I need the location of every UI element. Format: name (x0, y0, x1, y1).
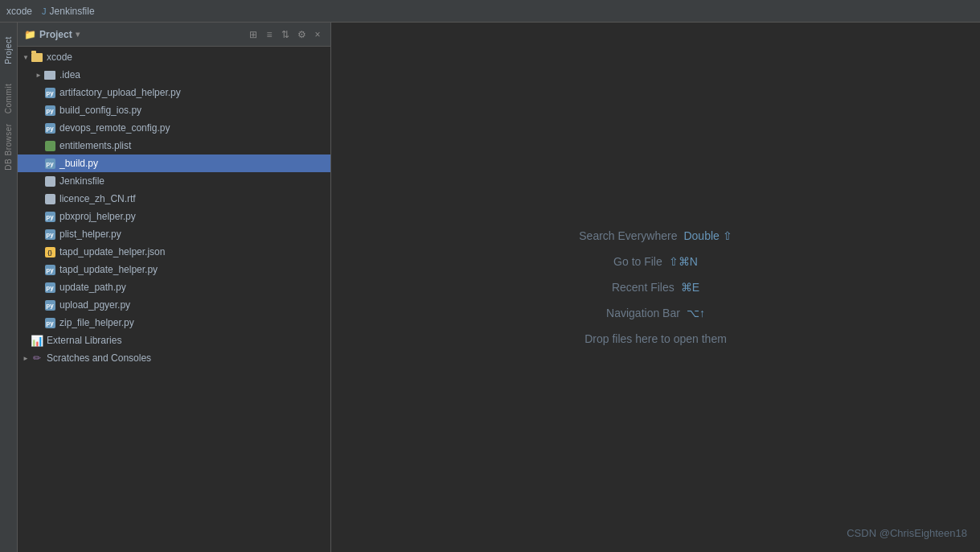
tree-icon-scratches: ✏ (31, 352, 43, 365)
tree-arrow-xcode-root: ▼ (21, 52, 31, 62)
panel-action-sort[interactable]: ⇅ (279, 28, 292, 41)
project-panel: 📁 Project ▾ ⊞ ≡ ⇅ ⚙ × ▼xcode►.ideapyarti… (18, 23, 331, 552)
tree-label-licence: licence_zh_CN.rtf (59, 193, 136, 204)
sidebar-label-project: Project (4, 36, 13, 64)
tree-arrow-pbxproj (34, 212, 43, 221)
main-content: Project Commit DB Browser 📁 Project ▾ ⊞ … (0, 23, 980, 552)
tree-item-devops[interactable]: pydevops_remote_config.py (18, 119, 330, 137)
tree-label-idea: .idea (59, 69, 80, 80)
sidebar-label-db: DB Browser (4, 123, 13, 170)
tree-arrow-scratches: ► (21, 353, 31, 363)
tree-icon-devops: py (43, 122, 56, 134)
tree-label-upload-pgyer: upload_pgyer.py (59, 299, 130, 311)
shortcut-row: Search EverywhereDouble ⇧ (579, 229, 732, 242)
tree-label-artifactory: artifactory_upload_helper.py (59, 87, 181, 98)
sidebar-item-project[interactable]: Project (0, 26, 18, 74)
shortcut-label: Navigation Bar (606, 307, 680, 319)
tree-icon-jenkinsfile (43, 175, 56, 187)
panel-folder-icon: 📁 (24, 29, 36, 40)
title-file: J Jenkinsfile (42, 6, 95, 17)
shortcut-label: Search Everywhere (579, 229, 677, 242)
tree-arrow-jenkinsfile (34, 176, 43, 186)
sidebar-label-commit: Commit (4, 83, 13, 113)
title-file-name: Jenkinsfile (50, 6, 95, 17)
watermark: CSDN @ChrisEighteen18 (847, 527, 967, 539)
tree-item-jenkinsfile[interactable]: Jenkinsfile (18, 172, 330, 190)
tree-item-update-path[interactable]: pyupdate_path.py (18, 278, 330, 296)
shortcut-label: Recent Files (612, 281, 675, 294)
panel-action-list[interactable]: ≡ (263, 28, 276, 41)
panel-action-layout[interactable]: ⊞ (247, 28, 260, 41)
shortcut-key: ⇧⌘N (669, 255, 698, 268)
tree-icon-xcode-root (31, 51, 43, 64)
tree-item-scratches[interactable]: ►✏Scratches and Consoles (18, 349, 330, 367)
app-name: xcode (6, 6, 32, 17)
tree-label-tapd-json: tapd_update_helper.json (59, 246, 165, 257)
panel-dropdown-arrow[interactable]: ▾ (76, 30, 80, 39)
panel-header-actions: ⊞ ≡ ⇅ ⚙ × (247, 28, 324, 41)
tree-item-plist-helper[interactable]: pyplist_helper.py (18, 225, 330, 243)
tree-arrow-entitlements (34, 141, 43, 150)
tree-item-zip-file[interactable]: pyzip_file_helper.py (18, 314, 330, 332)
shortcut-row: Navigation Bar⌥↑ (606, 307, 705, 319)
panel-header: 📁 Project ▾ ⊞ ≡ ⇅ ⚙ × (18, 23, 330, 47)
tree-item-tapd-py[interactable]: pytapd_update_helper.py (18, 261, 330, 278)
tree-arrow-devops (34, 123, 43, 133)
tree-icon-tapd-json: {} (43, 245, 56, 258)
tree-icon-build-config: py (43, 104, 56, 117)
tree-arrow-tapd-py (34, 265, 43, 274)
shortcut-row: Go to File⇧⌘N (613, 255, 698, 268)
tree-label-devops: devops_remote_config.py (59, 122, 170, 134)
tree-icon-ext-lib: 📊 (31, 334, 43, 347)
tree-icon-upload-pgyer: py (43, 299, 56, 311)
tree-item-build-config[interactable]: pybuild_config_ios.py (18, 101, 330, 119)
tree-icon-idea (43, 68, 56, 81)
tree-icon-entitlements (43, 139, 56, 152)
tree-item-artifactory[interactable]: pyartifactory_upload_helper.py (18, 84, 330, 101)
sidebar-icons: Project Commit DB Browser (0, 23, 18, 552)
tree-icon-build-py: py (43, 157, 56, 170)
tree-item-upload-pgyer[interactable]: pyupload_pgyer.py (18, 296, 330, 314)
tree-arrow-build-config (34, 105, 43, 115)
tree-item-pbxproj[interactable]: pypbxproj_helper.py (18, 208, 330, 225)
tree-icon-pbxproj: py (43, 210, 56, 223)
panel-action-settings[interactable]: ⚙ (295, 28, 308, 41)
tree-label-jenkinsfile: Jenkinsfile (59, 175, 105, 187)
tree-arrow-build-py (34, 159, 43, 168)
shortcut-key: Double ⇧ (683, 229, 732, 242)
tree-label-zip-file: zip_file_helper.py (59, 317, 134, 328)
tree-item-licence[interactable]: licence_zh_CN.rtf (18, 190, 330, 208)
tree-icon-tapd-py: py (43, 263, 56, 276)
file-tree: ▼xcode►.ideapyartifactory_upload_helper.… (18, 47, 330, 552)
tree-label-build-py: _build.py (59, 158, 98, 169)
tree-icon-artifactory: py (43, 86, 56, 99)
shortcut-label: Go to File (613, 255, 662, 268)
tree-arrow-upload-pgyer (34, 300, 43, 310)
tree-label-update-path: update_path.py (59, 282, 126, 293)
tree-arrow-licence (34, 194, 43, 204)
sidebar-item-commit[interactable]: Commit (0, 74, 18, 122)
tree-label-scratches: Scratches and Consoles (47, 352, 151, 364)
sidebar-item-db-browser[interactable]: DB Browser (0, 122, 18, 171)
panel-action-close[interactable]: × (311, 28, 324, 41)
tree-item-build-py[interactable]: py_build.py (18, 154, 330, 172)
tree-label-ext-lib: External Libraries (47, 335, 121, 346)
tree-label-entitlements: entitlements.plist (59, 140, 131, 151)
tree-icon-licence (43, 192, 56, 205)
shortcut-key: ⌥↑ (687, 307, 705, 319)
shortcut-key: ⌘E (681, 281, 699, 294)
tree-item-tapd-json[interactable]: {}tapd_update_helper.json (18, 243, 330, 261)
tree-arrow-idea: ► (34, 70, 43, 80)
tree-label-tapd-py: tapd_update_helper.py (59, 264, 158, 275)
tree-item-xcode-root[interactable]: ▼xcode (18, 48, 330, 66)
title-file-icon: J (42, 6, 47, 16)
title-bar: xcode J Jenkinsfile (0, 0, 980, 23)
tree-item-ext-lib[interactable]: 📊External Libraries (18, 332, 330, 349)
tree-arrow-plist-helper (34, 229, 43, 239)
tree-item-entitlements[interactable]: entitlements.plist (18, 137, 330, 154)
tree-item-idea[interactable]: ►.idea (18, 66, 330, 84)
tree-label-plist-helper: plist_helper.py (59, 229, 121, 240)
tree-icon-plist-helper: py (43, 228, 56, 241)
tree-arrow-tapd-json (34, 247, 43, 257)
tree-label-xcode-root: xcode (47, 51, 72, 63)
